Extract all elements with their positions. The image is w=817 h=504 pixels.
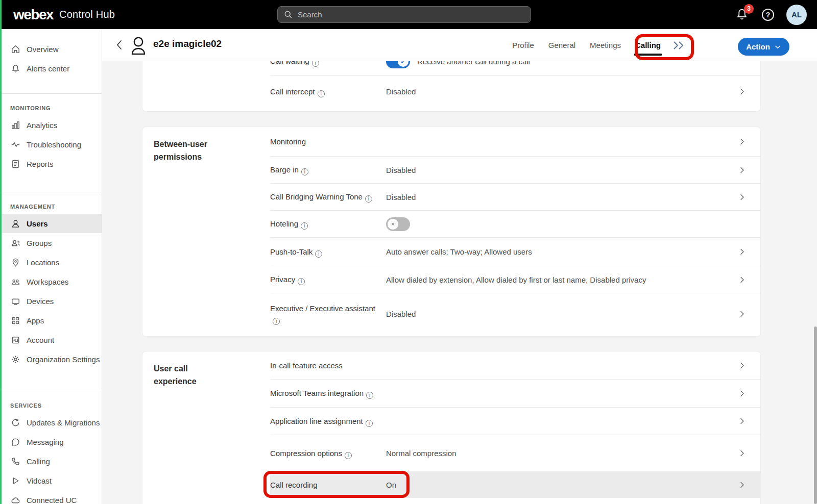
chevron-right-icon[interactable]: [738, 390, 746, 397]
setting-row-privacy[interactable]: Privacy Allow dialed by extension, Allow…: [270, 266, 760, 293]
row-label: Microsoft Teams integration: [270, 389, 364, 397]
sidebar-divider: [0, 192, 102, 192]
chevron-right-icon[interactable]: [738, 248, 746, 256]
sidebar-item-groups[interactable]: Groups: [0, 233, 102, 253]
chevron-right-icon[interactable]: [738, 481, 746, 489]
sidebar-item-analytics[interactable]: Analytics: [0, 115, 102, 135]
sidebar-item-connected-uc[interactable]: Connected UC: [0, 490, 102, 504]
sidebar-divider: [0, 93, 102, 94]
setting-row-hoteling[interactable]: Hoteling: [270, 210, 760, 237]
setting-row-call-waiting: Call waiting Receive another call during…: [270, 61, 760, 75]
sidebar-section-services: SERVICES: [0, 402, 102, 409]
toggle-knob: [388, 219, 398, 230]
setting-row-barge-in[interactable]: Barge in Disabled: [270, 156, 760, 183]
action-button[interactable]: Action: [738, 38, 789, 56]
row-label: In-call feature access: [270, 360, 386, 371]
sidebar-nav: Overview Alerts center MONITORING Analyt…: [0, 29, 102, 504]
setting-row-executive-assistant[interactable]: Executive / Executive assistant Disabled: [270, 293, 760, 335]
sidebar-item-apps[interactable]: Apps: [0, 311, 102, 330]
toggle-knob: [398, 61, 408, 67]
group-icon: [10, 238, 20, 248]
phone-icon: [10, 456, 20, 466]
sidebar-item-organization-settings[interactable]: Organization Settings: [0, 349, 102, 369]
setting-row-call-intercept[interactable]: Call intercept Disabled: [270, 75, 760, 108]
call-waiting-toggle[interactable]: [386, 61, 410, 68]
setting-row-monitoring[interactable]: Monitoring: [270, 127, 760, 156]
search-input[interactable]: Search: [277, 6, 531, 23]
avatar[interactable]: AL: [786, 5, 807, 25]
info-icon[interactable]: [315, 250, 322, 258]
tab-profile[interactable]: Profile: [512, 41, 534, 49]
setting-row-call-bridging-warning-tone[interactable]: Call Bridging Warning Tone Disabled: [270, 183, 760, 210]
info-icon[interactable]: [301, 222, 308, 230]
user-detail-header: e2e imagicle02 Profile General Meetings …: [102, 29, 817, 61]
chevron-right-icon[interactable]: [738, 138, 746, 145]
info-icon[interactable]: [345, 452, 352, 459]
chevron-right-icon[interactable]: [738, 193, 746, 201]
hoteling-toggle[interactable]: [386, 217, 410, 231]
sidebar-item-workspaces[interactable]: Workspaces: [0, 272, 102, 291]
sidebar-item-users[interactable]: Users: [0, 214, 102, 233]
info-icon[interactable]: [366, 392, 373, 399]
sidebar-item-troubleshooting[interactable]: Troubleshooting: [0, 135, 102, 154]
annotation-calling-tab: [635, 34, 694, 60]
location-pin-icon: [10, 257, 20, 267]
sidebar-item-reports[interactable]: Reports: [0, 154, 102, 173]
card-title: Between-user permissions: [154, 138, 230, 164]
sidebar-item-devices[interactable]: Devices: [0, 291, 102, 311]
row-label: Push-to-Talk: [270, 247, 313, 256]
home-icon: [10, 44, 20, 54]
top-bar: webex Control Hub Search 3 AL: [0, 0, 817, 29]
refresh-icon: [10, 417, 20, 427]
cloud-icon: [10, 495, 20, 504]
play-icon: [10, 475, 20, 486]
chevron-right-icon[interactable]: [738, 362, 746, 369]
sidebar-item-updates-migrations[interactable]: Updates & Migrations: [0, 413, 102, 432]
vertical-scrollbar[interactable]: [814, 326, 817, 504]
calling-settings-panel: Call waiting Receive another call during…: [102, 61, 817, 504]
annotation-call-recording: [263, 471, 410, 498]
bell-icon: [10, 63, 20, 73]
sidebar-item-alerts-center[interactable]: Alerts center: [0, 59, 102, 78]
info-icon[interactable]: [273, 318, 280, 325]
info-icon[interactable]: [301, 168, 308, 175]
setting-row-application-line-assignment[interactable]: Application line assignment: [270, 407, 760, 435]
row-label: Call Bridging Warning Tone: [270, 192, 363, 201]
call-settings-card: Call waiting Receive another call during…: [142, 61, 761, 112]
row-label: Privacy: [270, 275, 295, 284]
sidebar-item-messaging[interactable]: Messaging: [0, 432, 102, 451]
sidebar-item-vidcast[interactable]: Vidcast: [0, 471, 102, 490]
sidebar-item-overview[interactable]: Overview: [0, 39, 102, 59]
row-value: Disabled: [386, 193, 416, 201]
chevron-right-icon[interactable]: [738, 449, 746, 457]
chevron-right-icon[interactable]: [738, 166, 746, 174]
info-icon[interactable]: [365, 195, 372, 203]
chevron-right-icon[interactable]: [738, 88, 746, 95]
info-icon[interactable]: [318, 90, 325, 97]
setting-row-push-to-talk[interactable]: Push-to-Talk Auto answer calls; Two-way;…: [270, 237, 760, 266]
chevron-right-icon[interactable]: [738, 276, 746, 284]
sidebar-item-calling[interactable]: Calling: [0, 451, 102, 471]
info-icon[interactable]: [366, 420, 373, 427]
setting-row-call-recording[interactable]: Call recording On: [270, 471, 760, 498]
chevron-right-icon[interactable]: [738, 310, 746, 318]
tab-general[interactable]: General: [548, 41, 575, 49]
info-icon[interactable]: [312, 61, 319, 67]
sidebar-item-locations[interactable]: Locations: [0, 253, 102, 272]
setting-row-compression-options[interactable]: Compression options Normal compression: [270, 435, 760, 471]
webex-logo: webex: [13, 7, 53, 23]
help-button[interactable]: [762, 9, 774, 21]
row-label: Compression options: [270, 449, 342, 458]
tab-meetings[interactable]: Meetings: [590, 41, 621, 49]
sidebar-item-account[interactable]: Account: [0, 330, 102, 349]
notifications-button[interactable]: 3: [735, 8, 750, 22]
row-label: Call intercept: [270, 87, 315, 96]
setting-row-microsoft-teams-integration[interactable]: Microsoft Teams integration: [270, 379, 760, 407]
chevron-right-icon[interactable]: [738, 417, 746, 425]
bar-chart-icon: [10, 120, 20, 130]
setting-row-in-call-feature-access[interactable]: In-call feature access: [270, 351, 760, 379]
back-button[interactable]: [112, 38, 126, 52]
card-title: User call experience: [154, 363, 230, 388]
search-placeholder: Search: [298, 10, 322, 19]
info-icon[interactable]: [298, 278, 305, 285]
